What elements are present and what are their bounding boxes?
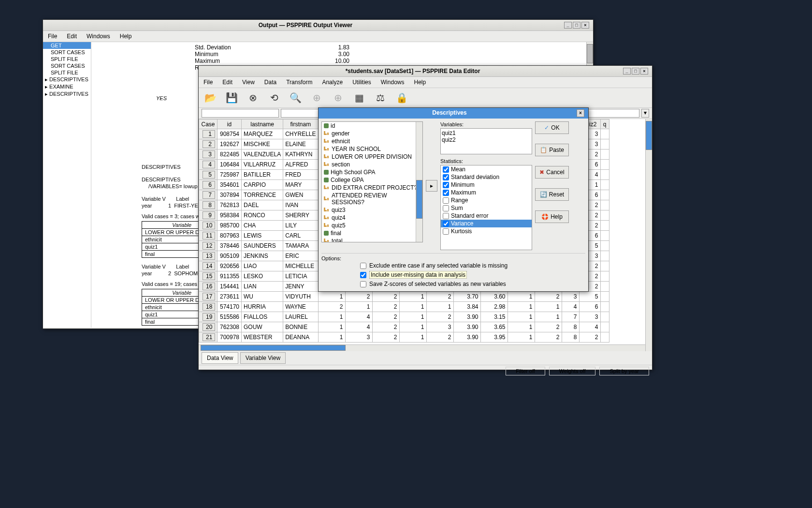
menu-file[interactable]: File <box>46 32 59 41</box>
available-var-item[interactable]: YEAR IN SCHOOL <box>322 145 422 153</box>
maximize-button[interactable]: □ <box>632 68 639 75</box>
available-var-item[interactable]: final <box>322 229 422 237</box>
checkbox[interactable] <box>360 272 366 278</box>
statistic-option[interactable]: Standard deviation <box>441 173 532 181</box>
available-var-item[interactable]: total <box>322 237 422 242</box>
tree-item-get[interactable]: GET <box>43 42 91 49</box>
ok-button[interactable]: ✓OK <box>535 121 569 134</box>
statistic-option[interactable]: Kurtosis <box>441 227 532 235</box>
stat-checkbox[interactable] <box>443 182 449 188</box>
paste-button[interactable]: 📋Paste <box>535 144 569 156</box>
cancel-button[interactable]: ✖Cancel <box>535 166 569 179</box>
menu-windows[interactable]: Windows <box>379 78 406 87</box>
selected-var[interactable]: quiz2 <box>442 136 531 143</box>
output-titlebar[interactable]: Output — PSPPIRE Output Viewer _ □ × <box>43 20 593 31</box>
stat-checkbox[interactable] <box>443 166 449 173</box>
statistic-option[interactable]: Standard error <box>441 212 532 220</box>
statistic-option[interactable]: Minimum <box>441 181 532 189</box>
move-right-button[interactable]: ▸ <box>426 180 437 192</box>
menu-edit[interactable]: Edit <box>65 32 79 41</box>
value-labels-icon[interactable]: 🔒 <box>395 91 408 105</box>
menu-edit[interactable]: Edit <box>220 78 234 87</box>
available-var-item[interactable]: DID EXTRA CREDIT PROJECT? <box>322 184 422 192</box>
menu-file[interactable]: File <box>202 78 215 87</box>
option-include-user-missing[interactable]: Include user-missing data in analysis <box>321 270 585 280</box>
available-var-item[interactable]: ethnicit <box>322 137 422 145</box>
reset-button[interactable]: 🔄Reset <box>535 188 569 201</box>
goto-case-icon[interactable]: ⊗ <box>246 91 260 105</box>
menu-data[interactable]: Data <box>262 78 278 87</box>
available-var-item[interactable]: College GPA <box>322 176 422 184</box>
stat-checkbox[interactable] <box>443 197 449 204</box>
selected-variables-list[interactable]: quiz1 quiz2 <box>440 128 532 154</box>
stat-checkbox[interactable] <box>443 205 449 211</box>
save-icon[interactable]: 💾 <box>225 91 238 105</box>
goto-var-icon[interactable]: ⟲ <box>267 91 281 105</box>
statistics-list[interactable]: MeanStandard deviationMinimumMaximumRang… <box>440 165 532 250</box>
menu-analyze[interactable]: Analyze <box>320 78 345 87</box>
stat-checkbox[interactable] <box>443 213 449 219</box>
dialog-titlebar[interactable]: Descriptives × <box>319 108 588 119</box>
selected-var[interactable]: quiz1 <box>442 130 531 136</box>
open-icon[interactable]: 📂 <box>203 91 217 105</box>
tree-item-descriptives2[interactable]: DESCRIPTIVES <box>43 90 91 98</box>
tree-item[interactable]: SORT CASES <box>43 62 91 69</box>
checkbox[interactable] <box>360 263 366 269</box>
close-button[interactable]: × <box>581 22 589 29</box>
tree-item[interactable]: SPLIT FILE <box>43 69 91 76</box>
tree-item-descriptives[interactable]: DESCRIPTIVES <box>43 76 91 83</box>
checkbox[interactable] <box>360 281 366 287</box>
grid-vscroll[interactable] <box>645 119 652 351</box>
maximize-button[interactable]: □ <box>573 22 580 29</box>
insert-var-icon[interactable]: ⊕ <box>331 91 345 105</box>
menu-view[interactable]: View <box>240 78 257 87</box>
tree-item-examine[interactable]: EXAMINE <box>43 83 91 90</box>
tree-item[interactable]: SORT CASES <box>43 49 91 56</box>
statistic-option[interactable]: Sum <box>441 204 532 212</box>
menu-windows[interactable]: Windows <box>85 32 112 41</box>
available-var-item[interactable]: ATTENDED REVIEW SESSIONS? <box>322 192 422 206</box>
statistic-option[interactable]: Maximum <box>441 189 532 196</box>
stat-checkbox[interactable] <box>443 190 449 196</box>
available-var-item[interactable]: High School GPA <box>322 168 422 176</box>
stat-checkbox[interactable] <box>443 174 449 180</box>
help-button[interactable]: 🛟Help <box>535 210 569 223</box>
menu-transform[interactable]: Transform <box>284 78 314 87</box>
weight-icon[interactable]: ⚖ <box>374 91 387 105</box>
statistic-option[interactable]: Mean <box>441 165 532 173</box>
minimize-button[interactable]: _ <box>564 22 572 29</box>
minimize-button[interactable]: _ <box>623 68 631 75</box>
dropdown-icon[interactable]: ▾ <box>641 109 649 118</box>
option-exclude-missing[interactable]: Exclude entire case if any selected vari… <box>321 261 585 270</box>
dialog-close-button[interactable]: × <box>577 109 584 117</box>
tab-variable-view[interactable]: Variable View <box>240 352 286 364</box>
menu-utilities[interactable]: Utilities <box>350 78 373 87</box>
insert-case-icon[interactable]: ⊕ <box>310 91 323 105</box>
available-var-item[interactable]: LOWER OR UPPER DIVISION <box>322 153 422 161</box>
available-variables-list[interactable]: idgenderethnicitYEAR IN SCHOOLLOWER OR U… <box>321 121 423 242</box>
cell-editor-varname[interactable] <box>202 109 279 118</box>
stat-checkbox[interactable] <box>443 228 449 235</box>
tab-data-view[interactable]: Data View <box>202 352 238 364</box>
close-button[interactable]: × <box>640 68 648 75</box>
available-var-item[interactable]: gender <box>322 130 422 137</box>
available-var-item[interactable]: quiz4 <box>322 214 422 222</box>
available-var-item[interactable]: quiz3 <box>322 206 422 214</box>
split-icon[interactable]: ▦ <box>352 91 366 105</box>
available-var-item[interactable]: quiz5 <box>322 222 422 229</box>
find-icon[interactable]: 🔍 <box>289 91 302 105</box>
menu-help[interactable]: Help <box>412 78 428 87</box>
available-var-item[interactable]: section <box>322 161 422 168</box>
output-tree[interactable]: GET SORT CASES SPLIT FILE SORT CASES SPL… <box>43 42 91 328</box>
statistic-option[interactable]: Range <box>441 196 532 204</box>
stat-checkbox[interactable] <box>443 221 449 227</box>
available-var-item[interactable]: id <box>322 122 422 130</box>
editor-titlebar[interactable]: *students.sav [DataSet1] — PSPPIRE Data … <box>199 66 652 77</box>
grid-hscroll[interactable] <box>199 344 645 351</box>
tree-item[interactable]: SPLIT FILE <box>43 56 91 62</box>
stat-label: Std. Deviation <box>195 44 320 51</box>
menu-help[interactable]: Help <box>118 32 134 41</box>
option-save-zscores[interactable]: Save Z-scores of selected variables as n… <box>321 280 585 288</box>
list-vscroll[interactable] <box>416 122 422 242</box>
statistic-option[interactable]: Variance <box>441 220 532 227</box>
